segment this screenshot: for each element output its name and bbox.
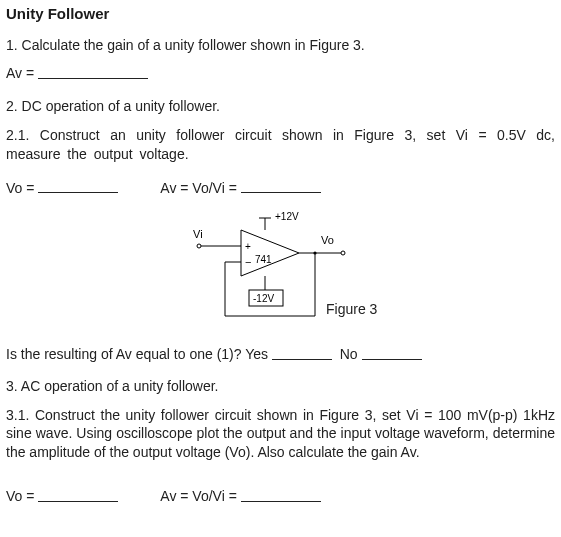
vo-label-2: Vo = <box>6 489 34 505</box>
no-label: No <box>340 347 358 363</box>
vi-label: Vi <box>193 228 203 240</box>
plus12-label: +12V <box>275 211 299 222</box>
q21-prompt: 2.1. Construct an unity follower circuit… <box>6 126 555 164</box>
av-label-2: Av = Vo/Vi = <box>160 489 237 505</box>
check-line: Is the resulting of Av equal to one (1)?… <box>6 344 555 364</box>
page-title: Unity Follower <box>6 4 555 24</box>
q1-answer-line: Av = <box>6 63 555 83</box>
ic-label: 741 <box>255 254 272 265</box>
q2-prompt: 2. DC operation of a unity follower. <box>6 97 555 116</box>
figure-3: Vi + − 741 +12V -12V Vo Figure 3 <box>6 208 555 328</box>
svg-text:+: + <box>245 241 251 252</box>
q31-prompt: 3.1. Construct the unity follower circui… <box>6 406 555 463</box>
vo-blank-1[interactable] <box>38 178 118 193</box>
measure-row-2: Vo = Av = Vo/Vi = <box>6 486 555 506</box>
q1-prompt: 1. Calculate the gain of a unity followe… <box>6 36 555 55</box>
q3-prompt: 3. AC operation of a unity follower. <box>6 377 555 396</box>
check-prompt: Is the resulting of Av equal to one (1)?… <box>6 347 268 363</box>
vo-blank-2[interactable] <box>38 486 118 501</box>
measure-row-1: Vo = Av = Vo/Vi = <box>6 178 555 198</box>
av-blank-2[interactable] <box>241 486 321 501</box>
vo-label-1: Vo = <box>6 180 34 196</box>
av-blank-1[interactable] <box>241 178 321 193</box>
no-blank[interactable] <box>362 344 422 359</box>
vo-label-fig: Vo <box>321 234 334 246</box>
av-label: Av = <box>6 66 34 82</box>
figure-caption: Figure 3 <box>326 300 377 319</box>
svg-marker-2 <box>241 230 299 276</box>
yes-blank[interactable] <box>272 344 332 359</box>
minus12-label: -12V <box>253 293 274 304</box>
svg-text:−: − <box>245 256 251 268</box>
svg-point-10 <box>341 251 345 255</box>
svg-point-0 <box>197 244 201 248</box>
q1-av-blank[interactable] <box>38 63 148 78</box>
av-label-1: Av = Vo/Vi = <box>160 180 237 196</box>
